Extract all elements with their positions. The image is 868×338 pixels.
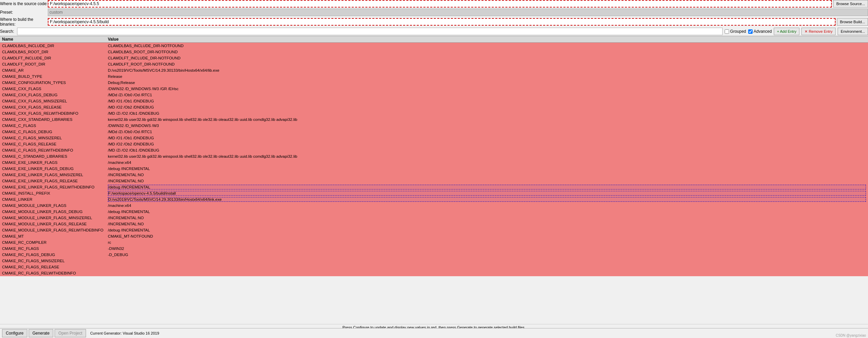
- binaries-row: Where to build the binaries: Browse Buil…: [0, 17, 868, 27]
- cell-value: /MD /O2 /Ob2 /DNDEBUG: [108, 105, 866, 109]
- table-row[interactable]: CMAKE_EXE_LINKER_FLAGS_RELWITHDEBINFO/de…: [0, 184, 868, 190]
- binaries-input[interactable]: [48, 18, 836, 26]
- table-row[interactable]: CMAKE_C_FLAGS_DEBUG/MDd /Zi /Ob0 /Od /RT…: [0, 129, 868, 135]
- cell-value: Release: [108, 74, 866, 79]
- table-row[interactable]: CMAKE_CXX_FLAGS_MINSIZEREL/MD /O1 /Ob1 /…: [0, 98, 868, 104]
- table-row[interactable]: CMAKE_ARD:/vs2019/VC/Tools/MSVC/14.29.30…: [0, 67, 868, 73]
- cell-name: CMAKE_C_FLAGS: [2, 124, 108, 128]
- advanced-label: Advanced: [754, 29, 772, 34]
- table-row[interactable]: CMAKE_RC_FLAGS_RELWITHDEBINFO: [0, 270, 868, 276]
- table-row[interactable]: CMAKE_EXE_LINKER_FLAGS_RELEASE/INCREMENT…: [0, 178, 868, 184]
- cell-value: rc: [108, 240, 866, 244]
- cell-value: /debug /INCREMENTAL: [108, 167, 866, 171]
- browse-build-button[interactable]: Browse Build...: [837, 18, 868, 26]
- table-row[interactable]: CMAKE_EXE_LINKER_FLAGS_MINSIZEREL/INCREM…: [0, 172, 868, 178]
- table-row[interactable]: CMAKE_C_FLAGS_RELEASE/MD /O2 /Ob2 /DNDEB…: [0, 141, 868, 147]
- cell-value: /INCREMENTAL:NO: [108, 173, 866, 177]
- cell-name: CMAKE_AR: [2, 68, 108, 72]
- table-row[interactable]: CMAKE_CXX_STANDARD_LIBRARIESkernel32.lib…: [0, 116, 868, 123]
- table-row[interactable]: CMAKE_LINKERD:/vs2019/VC/Tools/MSVC/14.2…: [0, 196, 868, 202]
- cell-name: CMAKE_RC_FLAGS: [2, 247, 108, 251]
- source-input[interactable]: [48, 0, 832, 8]
- cell-name: CMAKE_LINKER: [2, 197, 108, 201]
- cell-name: CMAKE_RC_COMPILER: [2, 240, 108, 244]
- cell-value: /MD /O1 /Ob1 /DNDEBUG: [108, 99, 866, 103]
- table-body[interactable]: CLAMDLBAS_INCLUDE_DIRCLAMDLBAS_INCLUDE_D…: [0, 43, 868, 335]
- cell-value: /debug /INCREMENTAL: [108, 210, 866, 214]
- source-label: Where is the source code:: [0, 1, 48, 6]
- search-label: Search:: [0, 29, 17, 34]
- table-row[interactable]: CMAKE_RC_FLAGS_RELEASE: [0, 264, 868, 270]
- table-row[interactable]: CMAKE_MODULE_LINKER_FLAGS_DEBUG/debug /I…: [0, 209, 868, 215]
- cell-name: CMAKE_MODULE_LINKER_FLAGS: [2, 203, 108, 208]
- cell-name: CMAKE_CXX_FLAGS_MINSIZEREL: [2, 99, 108, 103]
- table-row[interactable]: CMAKE_C_FLAGS_RELWITHDEBINFO/MD /Zi /O2 …: [0, 147, 868, 153]
- table-row[interactable]: CMAKE_EXE_LINKER_FLAGS_DEBUG/debug /INCR…: [0, 166, 868, 172]
- table-row[interactable]: CMAKE_RC_COMPILERrc: [0, 239, 868, 245]
- cell-name: CMAKE_EXE_LINKER_FLAGS_RELEASE: [2, 179, 108, 183]
- cell-name: CMAKE_CXX_STANDARD_LIBRARIES: [2, 117, 108, 122]
- cell-value: D:/vs2019/VC/Tools/MSVC/14.29.30133/bin/…: [108, 197, 866, 202]
- table-row[interactable]: CMAKE_C_FLAGS/DWIN32 /D_WINDOWS /W3: [0, 123, 868, 129]
- cell-value: /INCREMENTAL:NO: [108, 222, 866, 226]
- open-project-button[interactable]: Open Project: [55, 329, 86, 335]
- configure-button[interactable]: Configure: [2, 329, 27, 335]
- grouped-checkbox[interactable]: [725, 29, 729, 34]
- preset-input[interactable]: [48, 9, 868, 16]
- table-header: Name Value: [0, 36, 868, 43]
- table-row[interactable]: CLAMDLFT_INCLUDE_DIRCLAMDLFT_INCLUDE_DIR…: [0, 55, 868, 61]
- table-row[interactable]: CMAKE_CXX_FLAGS_DEBUG/MDd /Zi /Ob0 /Od /…: [0, 92, 868, 98]
- cell-name: CMAKE_INSTALL_PREFIX: [2, 191, 108, 195]
- cell-name: CMAKE_CXX_FLAGS_DEBUG: [2, 93, 108, 97]
- table-row[interactable]: CLAMDLBAS_ROOT_DIRCLAMDLBAS_ROOT_DIR-NOT…: [0, 49, 868, 55]
- search-input[interactable]: [17, 28, 723, 35]
- cell-value: /MD /Zi /O2 /Ob1 /DNDEBUG: [108, 111, 866, 115]
- cell-value: -D_DEBUG: [108, 253, 866, 257]
- preset-row: Preset:: [0, 9, 868, 16]
- cell-value: kernel32.lib user32.lib gdi32.lib winspo…: [108, 154, 866, 158]
- browse-source-button[interactable]: Browse Source...: [833, 0, 868, 8]
- remove-entry-button[interactable]: ✕ Remove Entry: [801, 28, 836, 35]
- cell-name: CLAMDLFT_ROOT_DIR: [2, 62, 108, 66]
- search-row: Search: Grouped Advanced + Add Entry ✕ R…: [0, 28, 868, 35]
- cell-value: /machine:x64: [108, 203, 866, 208]
- cell-name: CMAKE_MODULE_LINKER_FLAGS_DEBUG: [2, 210, 108, 214]
- cell-name: CMAKE_MODULE_LINKER_FLAGS_RELEASE: [2, 222, 108, 226]
- add-entry-button[interactable]: + Add Entry: [774, 28, 799, 35]
- advanced-checkbox[interactable]: [748, 29, 753, 34]
- table-row[interactable]: CMAKE_RC_FLAGS-DWIN32: [0, 245, 868, 252]
- table-row[interactable]: CMAKE_CONFIGURATION_TYPESDebug;Release: [0, 80, 868, 86]
- table-row[interactable]: CMAKE_INSTALL_PREFIXF:/workspace/opencv-…: [0, 190, 868, 196]
- toolbar-right: Grouped Advanced + Add Entry ✕ Remove En…: [725, 28, 868, 35]
- table-row[interactable]: CMAKE_RC_FLAGS_MINSIZEREL: [0, 258, 868, 264]
- cell-value: /INCREMENTAL:NO: [108, 216, 866, 220]
- cell-name: CMAKE_C_FLAGS_RELWITHDEBINFO: [2, 148, 108, 152]
- environment-button[interactable]: Environment...: [838, 28, 868, 35]
- cell-value: /DWIN32 /D_WINDOWS /W3 /GR /EHsc: [108, 87, 866, 91]
- csdn-watermark: CSDN @yangzixiao: [836, 334, 866, 335]
- table-row[interactable]: CMAKE_MODULE_LINKER_FLAGS_RELWITHDEBINFO…: [0, 227, 868, 233]
- table-row[interactable]: CMAKE_CXX_FLAGS_RELEASE/MD /O2 /Ob2 /DND…: [0, 104, 868, 110]
- cell-value: CLAMDLBAS_INCLUDE_DIR-NOTFOUND: [108, 44, 866, 48]
- table-row[interactable]: CMAKE_MODULE_LINKER_FLAGS_MINSIZEREL/INC…: [0, 215, 868, 221]
- table-row[interactable]: CMAKE_EXE_LINKER_FLAGS/machine:x64: [0, 159, 868, 166]
- cell-name: CLAMDLBAS_ROOT_DIR: [2, 50, 108, 54]
- cell-name: CMAKE_MT: [2, 234, 108, 238]
- table-row[interactable]: CMAKE_RC_FLAGS_DEBUG-D_DEBUG: [0, 252, 868, 258]
- table-row[interactable]: CMAKE_C_STANDARD_LIBRARIESkernel32.lib u…: [0, 153, 868, 159]
- table-row[interactable]: CMAKE_CXX_FLAGS/DWIN32 /D_WINDOWS /W3 /G…: [0, 86, 868, 92]
- top-bar: Where is the source code: Browse Source.…: [0, 0, 868, 35]
- generate-button[interactable]: Generate: [29, 329, 53, 335]
- table-row[interactable]: CMAKE_MODULE_LINKER_FLAGS_RELEASE/INCREM…: [0, 221, 868, 227]
- table-row[interactable]: CLAMDLFT_ROOT_DIRCLAMDLFT_ROOT_DIR-NOTFO…: [0, 61, 868, 67]
- table-row[interactable]: CMAKE_C_FLAGS_MINSIZEREL/MD /O1 /Ob1 /DN…: [0, 135, 868, 141]
- table-row[interactable]: CMAKE_CXX_FLAGS_RELWITHDEBINFO/MD /Zi /O…: [0, 110, 868, 116]
- preset-label: Preset:: [0, 10, 48, 15]
- table-row[interactable]: CMAKE_BUILD_TYPERelease: [0, 73, 868, 80]
- cell-value: /DWIN32 /D_WINDOWS /W3: [108, 124, 866, 128]
- grouped-checkbox-item: Grouped: [725, 29, 746, 34]
- table-row[interactable]: CMAKE_MTCMAKE_MT-NOTFOUND: [0, 233, 868, 239]
- cell-value: /MD /O1 /Ob1 /DNDEBUG: [108, 136, 866, 140]
- table-row[interactable]: CLAMDLBAS_INCLUDE_DIRCLAMDLBAS_INCLUDE_D…: [0, 43, 868, 49]
- table-row[interactable]: CMAKE_MODULE_LINKER_FLAGS/machine:x64: [0, 202, 868, 209]
